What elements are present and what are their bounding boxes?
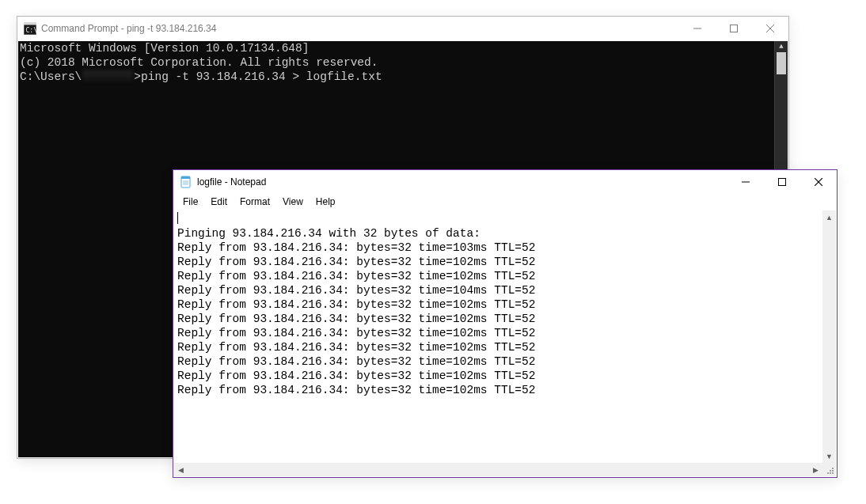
text-caret (177, 212, 178, 224)
ping-reply-line: Reply from 93.184.216.34: bytes=32 time=… (177, 384, 535, 396)
scroll-up-icon[interactable]: ▲ (775, 41, 788, 52)
menu-format[interactable]: Format (234, 195, 276, 208)
minimize-button[interactable] (679, 17, 716, 40)
svg-rect-8 (181, 176, 190, 179)
notepad-menubar: File Edit Format View Help (173, 194, 837, 210)
menu-edit[interactable]: Edit (204, 195, 234, 208)
cmd-window-title: Command Prompt - ping -t 93.184.216.34 (41, 23, 679, 34)
notepad-window-controls (727, 170, 837, 194)
menu-help[interactable]: Help (310, 195, 342, 208)
ping-reply-line: Reply from 93.184.216.34: bytes=32 time=… (177, 313, 535, 325)
resize-grip[interactable] (822, 463, 836, 476)
cmd-window-controls (679, 17, 788, 40)
notepad-text-area[interactable]: Pinging 93.184.216.34 with 32 bytes of d… (174, 210, 836, 463)
menu-file[interactable]: File (177, 195, 204, 208)
notepad-content: Pinging 93.184.216.34 with 32 bytes of d… (174, 210, 836, 399)
notepad-horizontal-scrollbar[interactable]: ◀ ▶ (174, 463, 822, 476)
notepad-vertical-scrollbar[interactable]: ▲ ▼ (822, 210, 836, 463)
ping-reply-line: Reply from 93.184.216.34: bytes=32 time=… (177, 270, 535, 282)
maximize-button[interactable] (764, 170, 800, 194)
cmd-output: Microsoft Windows [Version 10.0.17134.64… (18, 41, 788, 84)
svg-rect-13 (779, 179, 786, 186)
close-button[interactable] (752, 17, 788, 40)
ping-reply-line: Reply from 93.184.216.34: bytes=32 time=… (177, 298, 535, 311)
cmd-prompt-command: >ping -t 93.184.216.34 > logfile.txt (134, 70, 382, 83)
scroll-right-icon[interactable]: ▶ (809, 463, 822, 476)
scroll-up-icon[interactable]: ▲ (822, 210, 836, 224)
notepad-window: logfile - Notepad File Edit Format View … (173, 169, 838, 478)
redacted-username (82, 70, 133, 81)
cmd-prompt-line: C:\Users\>ping -t 93.184.216.34 > logfil… (20, 70, 788, 84)
ping-reply-line: Reply from 93.184.216.34: bytes=32 time=… (177, 256, 535, 268)
scroll-thumb[interactable] (777, 52, 786, 74)
menu-view[interactable]: View (276, 195, 310, 208)
cmd-prompt-prefix: C:\Users\ (20, 70, 82, 83)
svg-text:C:\: C:\ (26, 27, 37, 34)
ping-reply-line: Reply from 93.184.216.34: bytes=32 time=… (177, 355, 535, 368)
notepad-app-icon (180, 176, 192, 188)
notepad-titlebar[interactable]: logfile - Notepad (173, 170, 837, 194)
ping-reply-line: Reply from 93.184.216.34: bytes=32 time=… (177, 284, 535, 297)
ping-reply-line: Reply from 93.184.216.34: bytes=32 time=… (177, 341, 535, 354)
svg-rect-1 (24, 22, 36, 25)
maximize-button[interactable] (716, 17, 752, 40)
cmd-app-icon: C:\ (24, 22, 36, 35)
scroll-down-icon[interactable]: ▼ (822, 449, 836, 463)
ping-header-line: Pinging 93.184.216.34 with 32 bytes of d… (177, 227, 480, 240)
ping-reply-line: Reply from 93.184.216.34: bytes=32 time=… (177, 241, 535, 254)
cmd-line: Microsoft Windows [Version 10.0.17134.64… (20, 41, 788, 55)
minimize-button[interactable] (727, 170, 764, 194)
ping-reply-line: Reply from 93.184.216.34: bytes=32 time=… (177, 327, 535, 339)
cmd-titlebar[interactable]: C:\ Command Prompt - ping -t 93.184.216.… (17, 17, 788, 40)
close-button[interactable] (800, 170, 837, 194)
notepad-window-title: logfile - Notepad (197, 176, 727, 188)
svg-rect-4 (731, 25, 738, 32)
cmd-line: (c) 2018 Microsoft Corporation. All righ… (20, 55, 788, 70)
scroll-left-icon[interactable]: ◀ (174, 463, 188, 476)
ping-reply-line: Reply from 93.184.216.34: bytes=32 time=… (177, 369, 535, 382)
